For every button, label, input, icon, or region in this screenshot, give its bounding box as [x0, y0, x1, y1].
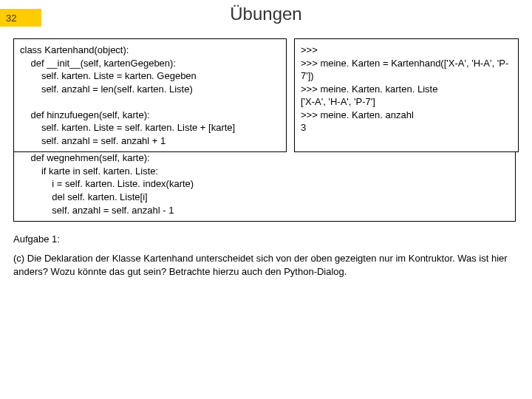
slide-title: Übungen — [41, 4, 532, 24]
slide-content: class Kartenhand(object): def __init__(s… — [0, 38, 532, 278]
code-boxes-row: class Kartenhand(object): def __init__(s… — [13, 38, 519, 152]
code-box-left: class Kartenhand(object): def __init__(s… — [13, 38, 287, 152]
code-box-right: >>> >>> meine. Karten = Kartenhand(['X-A… — [294, 38, 519, 152]
page-number: 32 — [6, 13, 16, 24]
page-number-badge: 32 — [0, 9, 41, 27]
task-label: Aufgabe 1: — [13, 233, 519, 245]
slide: 32 Übungen class Kartenhand(object): def… — [0, 0, 532, 399]
slide-header: 32 Übungen — [0, 0, 532, 28]
code-box-lower: def wegnehmen(self, karte): if karte in … — [13, 151, 516, 222]
task-text: (c) Die Deklaration der Klasse Kartenhan… — [13, 252, 519, 278]
task-section: Aufgabe 1: (c) Die Deklaration der Klass… — [13, 233, 519, 278]
